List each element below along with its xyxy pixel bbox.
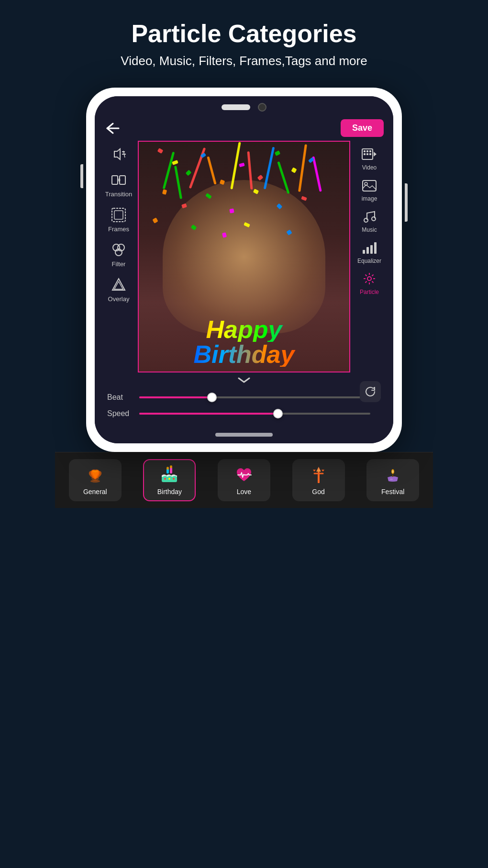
birthday-text2: Birthday (139, 342, 349, 367)
transition-tool[interactable]: Transition (105, 171, 133, 198)
home-indicator (215, 433, 273, 437)
god-label: God (312, 488, 324, 496)
equalizer-tool[interactable]: Equalizer (357, 239, 381, 264)
equalizer-icon (361, 239, 378, 256)
svg-rect-21 (369, 153, 371, 155)
page-header: Particle Categories Video, Music, Filter… (111, 0, 377, 78)
particle-icon (361, 270, 378, 287)
svg-marker-22 (374, 152, 377, 157)
overlay-tool[interactable]: Overlay (108, 276, 130, 303)
category-bar: General (55, 452, 433, 508)
overlay-icon (110, 276, 127, 293)
trident-icon (309, 465, 329, 485)
birthday-label: Birthday (157, 488, 182, 496)
save-button[interactable]: Save (341, 119, 384, 137)
music-tool[interactable]: Music (361, 208, 378, 233)
svg-point-25 (364, 218, 368, 222)
image-tool[interactable]: image (361, 177, 378, 202)
svg-rect-17 (366, 150, 368, 152)
transition-label: Transition (105, 191, 133, 198)
mute-icon (110, 146, 127, 163)
cake-icon (159, 465, 179, 485)
person-overlay (163, 180, 325, 333)
mute-tool[interactable] (110, 146, 127, 163)
phone-notch (95, 96, 393, 116)
left-toolbar: Transition Frames (100, 141, 138, 372)
svg-rect-27 (363, 250, 365, 254)
phone-content: Save (95, 116, 393, 428)
love-label: Love (237, 488, 251, 496)
category-love[interactable]: Love (218, 459, 270, 501)
particle-label: Particle (360, 289, 379, 295)
beat-slider[interactable] (139, 393, 381, 402)
festival-label: Festival (381, 488, 404, 496)
heart-icon (234, 465, 254, 485)
phone-camera (258, 103, 266, 112)
phone-volume-button (80, 164, 83, 188)
particle-tool[interactable]: Particle (360, 270, 379, 295)
svg-point-49 (173, 478, 175, 480)
svg-point-41 (90, 480, 100, 483)
editor-area: Transition Frames (100, 141, 388, 372)
page-title: Particle Categories (121, 19, 367, 48)
speed-label: Speed (107, 409, 133, 418)
svg-rect-30 (374, 242, 377, 254)
page-subtitle: Video, Music, Filters, Frames,Tags and m… (121, 54, 367, 68)
svg-line-37 (372, 282, 373, 283)
svg-point-47 (164, 478, 166, 480)
overlay-label: Overlay (108, 295, 130, 303)
svg-rect-23 (363, 180, 376, 191)
collapse-indicator[interactable] (100, 372, 388, 388)
back-button[interactable] (104, 122, 120, 135)
svg-rect-19 (364, 153, 366, 155)
refresh-button[interactable] (360, 381, 381, 402)
filter-label: Filter (112, 260, 126, 268)
phone-power-button (405, 183, 408, 222)
category-god[interactable]: God (292, 459, 345, 501)
phone-home-bar (95, 428, 393, 443)
svg-point-59 (390, 479, 393, 480)
svg-rect-9 (114, 211, 123, 219)
video-icon (361, 146, 378, 163)
svg-rect-28 (366, 247, 369, 254)
image-label: image (362, 195, 377, 202)
speed-knob[interactable] (273, 409, 283, 418)
equalizer-label: Equalizer (357, 258, 381, 264)
transition-icon (110, 171, 127, 189)
category-festival[interactable]: Festival (366, 459, 419, 501)
video-canvas: Happy Birthday (138, 141, 350, 372)
speed-slider-row: Speed (107, 409, 381, 418)
svg-marker-53 (313, 470, 316, 472)
frames-tool[interactable]: Frames (108, 206, 129, 233)
svg-point-44 (166, 467, 169, 470)
right-toolbar: Video image (350, 141, 388, 372)
general-label: General (83, 488, 107, 496)
speed-slider[interactable] (139, 409, 370, 418)
filter-tool[interactable]: Filter (110, 241, 127, 268)
video-tool[interactable]: Video (361, 146, 378, 171)
svg-line-38 (372, 275, 373, 276)
diya-icon (383, 465, 403, 485)
svg-marker-1 (114, 149, 120, 159)
svg-rect-16 (364, 150, 366, 152)
category-section: General (55, 452, 433, 508)
svg-line-36 (365, 275, 366, 276)
beat-label: Beat (107, 393, 133, 402)
category-general[interactable]: General (69, 459, 122, 501)
video-label: Video (362, 164, 377, 171)
svg-marker-54 (322, 470, 324, 472)
top-bar: Save (100, 116, 388, 141)
svg-rect-20 (366, 153, 368, 155)
beat-knob[interactable] (207, 393, 217, 402)
sliders-area: Beat Speed (100, 388, 388, 423)
svg-point-45 (170, 465, 172, 468)
video-content: Happy Birthday (139, 142, 349, 372)
svg-point-31 (367, 277, 371, 281)
category-birthday[interactable]: Birthday (143, 459, 196, 501)
svg-rect-18 (369, 150, 371, 152)
happy-text: Happy (139, 317, 349, 342)
svg-rect-5 (112, 176, 118, 184)
svg-rect-8 (112, 208, 125, 222)
music-label: Music (362, 226, 377, 233)
image-icon (361, 177, 378, 194)
